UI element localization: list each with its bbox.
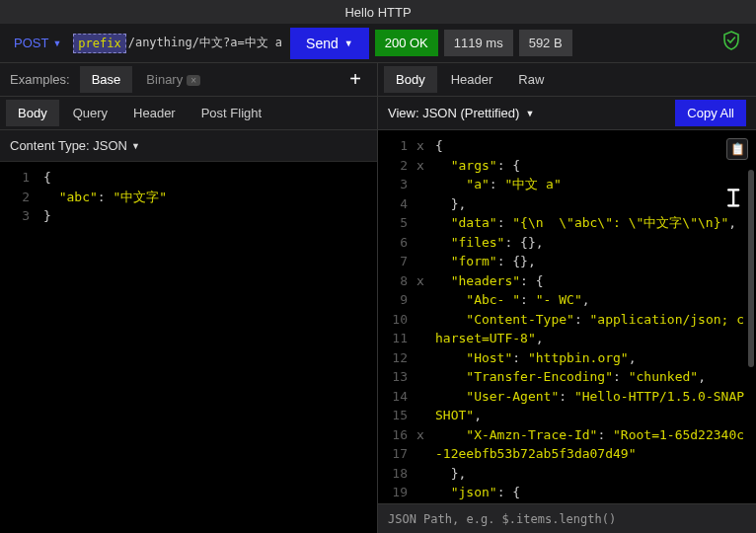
request-body-editor[interactable]: 123 { "abc": "中文字"}	[0, 162, 377, 533]
tab-header[interactable]: Header	[121, 100, 188, 126]
url-input[interactable]: prefix /anything/中文?a=中文 a	[73, 33, 284, 53]
close-tag-icon: ×	[187, 75, 200, 86]
tab-resp-header[interactable]: Header	[439, 66, 505, 93]
url-prefix-variable: prefix	[73, 34, 125, 53]
time-badge: 1119 ms	[444, 30, 513, 56]
url-path: /anything/中文?a=中文 a	[126, 33, 284, 53]
chevron-down-icon: ▼	[344, 38, 353, 48]
tab-resp-raw[interactable]: Raw	[506, 66, 556, 93]
window-title: Hello HTTP	[344, 5, 411, 20]
examples-tabrow: Examples: Base Binary× +	[0, 63, 377, 97]
content-type-select[interactable]: Content Type: JSON ▼	[0, 130, 377, 162]
response-body-viewer[interactable]: 12345678910111213141516171819 xx x x { "…	[378, 130, 756, 503]
fold-gutter[interactable]: xx x x	[414, 130, 427, 503]
clipboard-icon[interactable]: 📋	[726, 138, 748, 160]
request-panel: Examples: Base Binary× + Body Query Head…	[0, 63, 378, 533]
window-titlebar: Hello HTTP	[0, 0, 756, 24]
tab-body[interactable]: Body	[6, 100, 59, 126]
status-badge: 200 OK	[375, 30, 438, 56]
chevron-down-icon: ▼	[525, 109, 534, 118]
main-split: Examples: Base Binary× + Body Query Head…	[0, 63, 756, 533]
send-button[interactable]: Send ▼	[290, 28, 369, 59]
chevron-down-icon: ▼	[131, 141, 140, 151]
jsonpath-input[interactable]: JSON Path, e.g. $.items.length()	[378, 503, 756, 533]
scrollbar[interactable]	[748, 170, 754, 367]
request-bar: POST ▼ prefix /anything/中文?a=中文 a Send ▼…	[0, 24, 756, 63]
tab-postflight[interactable]: Post Flight	[189, 100, 273, 126]
view-label: View: JSON (Prettified)	[388, 106, 519, 120]
add-example-button[interactable]: +	[340, 68, 371, 91]
response-toolbar: View: JSON (Prettified) ▼ Copy All	[378, 97, 756, 130]
line-gutter: 12345678910111213141516171819	[378, 130, 414, 503]
shield-icon[interactable]	[715, 27, 748, 59]
copy-all-button[interactable]: Copy All	[675, 100, 746, 126]
code-area[interactable]: { "abc": "中文字"}	[36, 162, 377, 533]
jsonpath-placeholder: JSON Path, e.g. $.items.length()	[388, 512, 616, 526]
line-gutter: 123	[0, 162, 36, 533]
view-select[interactable]: View: JSON (Prettified) ▼	[388, 106, 534, 120]
chevron-down-icon: ▼	[52, 38, 61, 48]
examples-label: Examples:	[6, 72, 78, 87]
response-tabrow: Body Header Raw	[378, 63, 756, 97]
code-area: { "args": { "a": "中文 a" }, "data": "{\n …	[427, 130, 756, 503]
tab-query[interactable]: Query	[61, 100, 119, 126]
example-tab-binary[interactable]: Binary×	[134, 66, 212, 93]
send-label: Send	[306, 36, 339, 51]
response-panel: Body Header Raw View: JSON (Prettified) …	[378, 63, 756, 533]
body-tabrow: Body Query Header Post Flight	[0, 97, 377, 130]
method-label: POST	[14, 36, 48, 50]
content-type-label: Content Type: JSON	[10, 138, 127, 153]
example-tab-base[interactable]: Base	[80, 66, 133, 93]
method-select[interactable]: POST ▼	[8, 34, 67, 52]
size-badge: 592 B	[519, 30, 572, 56]
tab-resp-body[interactable]: Body	[384, 66, 437, 93]
